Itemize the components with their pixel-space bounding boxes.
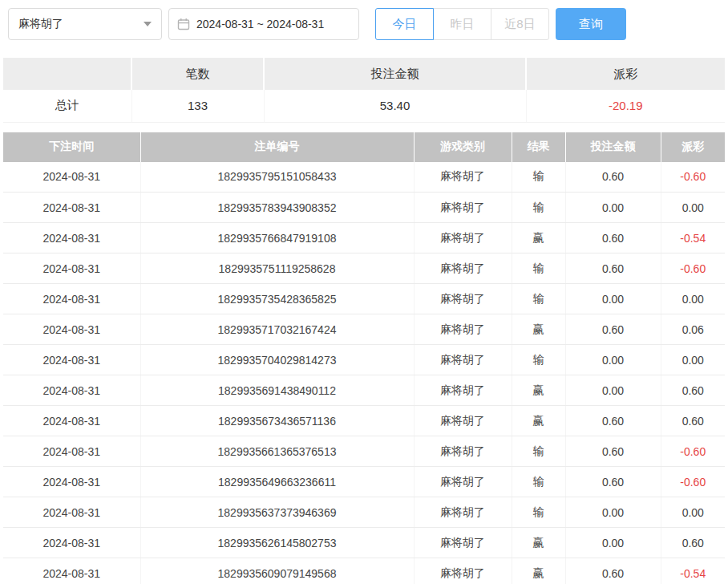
result-cell: 输 — [512, 497, 565, 528]
date-range-value: 2024-08-31 ~ 2024-08-31 — [196, 18, 324, 30]
last-8-days-button[interactable]: 近8日 — [491, 8, 549, 40]
payout-cell: -0.60 — [661, 253, 725, 284]
bet-id-cell: 1829935751119258628 — [140, 253, 414, 284]
bet-id-cell: 1829935795151058433 — [140, 162, 414, 193]
result-cell: 输 — [512, 193, 565, 223]
game-type-cell: 麻将胡了 — [414, 467, 512, 497]
payout-cell: 0.60 — [661, 375, 725, 406]
bet-time-cell: 2024-08-31 — [3, 162, 140, 193]
summary-bet-amount-value: 53.40 — [264, 90, 526, 122]
calendar-icon — [177, 18, 190, 30]
bet-time-cell: 2024-08-31 — [3, 223, 140, 253]
game-type-cell: 麻将胡了 — [414, 345, 512, 375]
bet-amount-cell: 0.60 — [565, 223, 661, 253]
bet-time-cell: 2024-08-31 — [3, 375, 140, 406]
bet-amount-cell: 0.00 — [565, 528, 661, 558]
table-row: 2024-08-311829935626145802753麻将胡了赢0.000.… — [3, 528, 725, 558]
table-row: 2024-08-311829935735428365825麻将胡了输0.000.… — [3, 284, 725, 314]
yesterday-button[interactable]: 昨日 — [433, 8, 491, 40]
game-select-value: 麻将胡了 — [18, 17, 63, 31]
game-type-cell: 麻将胡了 — [414, 528, 512, 558]
bet-time-cell: 2024-08-31 — [3, 314, 140, 345]
bet-id-cell: 1829935649663236611 — [140, 467, 414, 497]
table-row: 2024-08-311829935751119258628麻将胡了输0.60-0… — [3, 253, 725, 284]
quick-range-group: 今日 昨日 近8日 — [375, 8, 549, 40]
game-type-cell: 麻将胡了 — [414, 223, 512, 253]
game-type-cell: 麻将胡了 — [414, 497, 512, 528]
bet-amount-cell: 0.60 — [565, 162, 661, 193]
bet-time-cell: 2024-08-31 — [3, 467, 140, 497]
summary-header-blank — [3, 58, 131, 90]
records-header-bet-amount: 投注金额 — [565, 132, 661, 162]
game-type-cell: 麻将胡了 — [414, 375, 512, 406]
table-row: 2024-08-311829935783943908352麻将胡了输0.000.… — [3, 193, 725, 223]
table-row: 2024-08-311829935691438490112麻将胡了赢0.000.… — [3, 375, 725, 406]
payout-cell: 0.00 — [661, 345, 725, 375]
records-header-payout: 派彩 — [661, 132, 725, 162]
bet-id-cell: 1829935735428365825 — [140, 284, 414, 314]
result-cell: 输 — [512, 284, 565, 314]
bet-time-cell: 2024-08-31 — [3, 193, 140, 223]
date-range-input[interactable]: 2024-08-31 ~ 2024-08-31 — [168, 8, 359, 40]
toolbar: 麻将胡了 2024-08-31 ~ 2024-08-31 今日 昨日 近8日 查… — [0, 0, 728, 42]
bet-id-cell: 1829935717032167424 — [140, 314, 414, 345]
bet-time-cell: 2024-08-31 — [3, 284, 140, 314]
bet-id-cell: 1829935637373946369 — [140, 497, 414, 528]
bet-id-cell: 1829935626145802753 — [140, 528, 414, 558]
bet-time-cell: 2024-08-31 — [3, 406, 140, 436]
today-button[interactable]: 今日 — [375, 8, 434, 40]
summary-total-label: 总计 — [3, 90, 131, 122]
chevron-down-icon — [144, 22, 152, 26]
result-cell: 输 — [512, 436, 565, 467]
result-cell: 赢 — [512, 223, 565, 253]
bet-time-cell: 2024-08-31 — [3, 558, 140, 584]
result-cell: 赢 — [512, 314, 565, 345]
result-cell: 赢 — [512, 406, 565, 436]
payout-cell: -0.54 — [661, 223, 725, 253]
table-row: 2024-08-311829935661365376513麻将胡了输0.60-0… — [3, 436, 725, 467]
bet-id-cell: 1829935609079149568 — [140, 558, 414, 584]
bet-id-cell: 1829935783943908352 — [140, 193, 414, 223]
bet-amount-cell: 0.00 — [565, 375, 661, 406]
query-button[interactable]: 查询 — [556, 8, 626, 40]
table-row: 2024-08-311829935766847919108麻将胡了赢0.60-0… — [3, 223, 725, 253]
payout-cell: -0.60 — [661, 467, 725, 497]
payout-cell: 0.00 — [661, 497, 725, 528]
result-cell: 输 — [512, 253, 565, 284]
table-row: 2024-08-311829935717032167424麻将胡了赢0.600.… — [3, 314, 725, 345]
records-header-game-type: 游戏类别 — [414, 132, 512, 162]
table-row: 2024-08-311829935673436571136麻将胡了赢0.600.… — [3, 406, 725, 436]
bet-amount-cell: 0.60 — [565, 314, 661, 345]
bet-id-cell: 1829935661365376513 — [140, 436, 414, 467]
payout-cell: -0.60 — [661, 162, 725, 193]
payout-cell: 0.06 — [661, 314, 725, 345]
result-cell: 输 — [512, 162, 565, 193]
bet-id-cell: 1829935766847919108 — [140, 223, 414, 253]
bet-time-cell: 2024-08-31 — [3, 436, 140, 467]
table-row: 2024-08-311829935609079149568麻将胡了赢0.60-0… — [3, 558, 725, 584]
records-header-bet-time: 下注时间 — [3, 132, 140, 162]
payout-cell: 0.00 — [661, 284, 725, 314]
game-type-cell: 麻将胡了 — [414, 314, 512, 345]
summary-header-payout: 派彩 — [526, 58, 725, 90]
game-type-cell: 麻将胡了 — [414, 162, 512, 193]
result-cell: 输 — [512, 345, 565, 375]
bet-amount-cell: 0.60 — [565, 558, 661, 584]
records-header-bet-id: 注单编号 — [140, 132, 414, 162]
game-select[interactable]: 麻将胡了 — [8, 8, 162, 40]
bet-amount-cell: 0.00 — [565, 497, 661, 528]
game-type-cell: 麻将胡了 — [414, 436, 512, 467]
table-row: 2024-08-311829935649663236611麻将胡了输0.60-0… — [3, 467, 725, 497]
bet-time-cell: 2024-08-31 — [3, 253, 140, 284]
payout-cell: 0.00 — [661, 193, 725, 223]
bet-id-cell: 1829935704029814273 — [140, 345, 414, 375]
game-type-cell: 麻将胡了 — [414, 284, 512, 314]
summary-header-count: 笔数 — [131, 58, 264, 90]
result-cell: 赢 — [512, 528, 565, 558]
result-cell: 输 — [512, 467, 565, 497]
bet-time-cell: 2024-08-31 — [3, 497, 140, 528]
payout-cell: 0.60 — [661, 528, 725, 558]
table-row: 2024-08-311829935637373946369麻将胡了输0.000.… — [3, 497, 725, 528]
result-cell: 赢 — [512, 375, 565, 406]
game-type-cell: 麻将胡了 — [414, 253, 512, 284]
